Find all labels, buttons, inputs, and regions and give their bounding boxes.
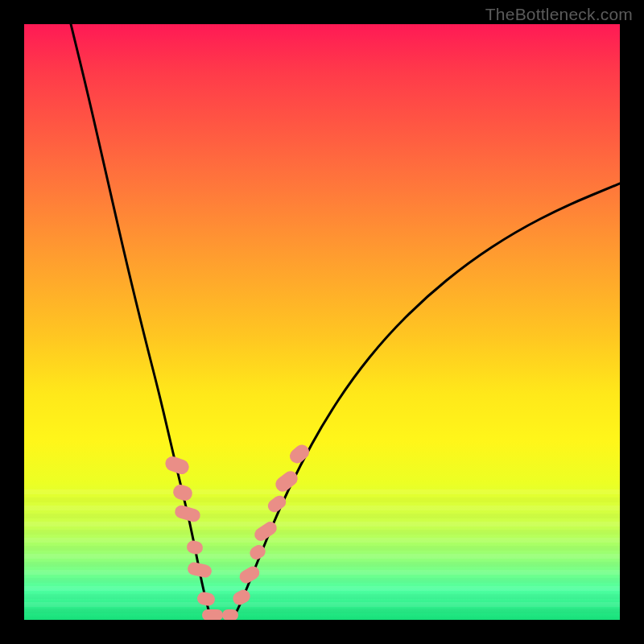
- band-stripe: [24, 514, 620, 518]
- chart-frame: TheBottleneck.com: [0, 0, 644, 644]
- band-stripe: [24, 602, 620, 607]
- band-stripe: [24, 609, 620, 613]
- band-stripe: [24, 530, 620, 535]
- marker-pill: [266, 493, 289, 514]
- band-stripe: [24, 538, 620, 543]
- band-stripe: [24, 506, 620, 510]
- band-stripe: [24, 594, 620, 599]
- band-stripe: [24, 562, 620, 567]
- marker-pill: [287, 442, 312, 467]
- band-stripe: [24, 578, 620, 583]
- band-stripe: [24, 497, 620, 502]
- band-stripe: [24, 489, 620, 494]
- band-stripe: [24, 522, 620, 526]
- watermark-text: TheBottleneck.com: [485, 5, 633, 24]
- band-stripe: [24, 586, 620, 591]
- marker-pill: [163, 454, 191, 476]
- band-stripe: [24, 554, 620, 559]
- plot-area: [24, 24, 620, 620]
- band-stripe: [24, 570, 620, 575]
- band-stripe: [24, 546, 620, 551]
